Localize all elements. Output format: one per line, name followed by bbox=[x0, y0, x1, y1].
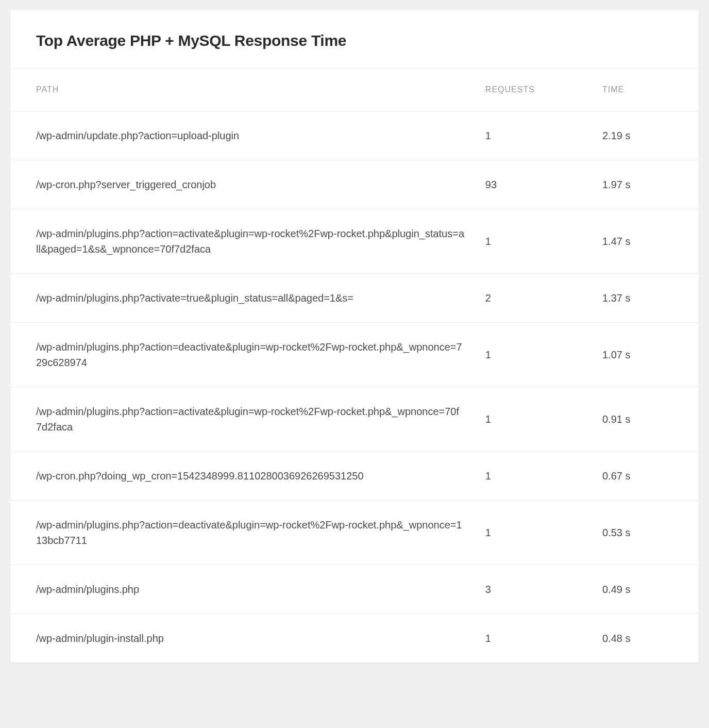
response-time-card: Top Average PHP + MySQL Response Time PA… bbox=[10, 10, 699, 663]
cell-path: /wp-cron.php?server_triggered_cronjob bbox=[10, 160, 485, 209]
cell-requests: 1 bbox=[485, 452, 602, 501]
table-row[interactable]: /wp-admin/plugins.php?activate=true&plug… bbox=[10, 274, 699, 323]
cell-time: 0.53 s bbox=[602, 501, 699, 565]
cell-requests: 1 bbox=[485, 387, 602, 452]
cell-time: 2.19 s bbox=[602, 111, 699, 160]
response-time-table: PATH REQUESTS TIME /wp-admin/update.php?… bbox=[10, 69, 699, 663]
cell-time: 1.47 s bbox=[602, 209, 699, 274]
cell-requests: 3 bbox=[485, 565, 602, 614]
cell-requests: 1 bbox=[485, 614, 602, 663]
table-row[interactable]: /wp-cron.php?doing_wp_cron=1542348999.81… bbox=[10, 452, 699, 501]
cell-time: 0.48 s bbox=[602, 614, 699, 663]
cell-requests: 1 bbox=[485, 501, 602, 565]
table-row[interactable]: /wp-admin/plugins.php30.49 s bbox=[10, 565, 699, 614]
cell-requests: 1 bbox=[485, 111, 602, 160]
cell-requests: 1 bbox=[485, 209, 602, 274]
cell-path: /wp-admin/plugins.php?activate=true&plug… bbox=[10, 274, 485, 323]
table-row[interactable]: /wp-admin/update.php?action=upload-plugi… bbox=[10, 111, 699, 160]
cell-path: /wp-admin/update.php?action=upload-plugi… bbox=[10, 111, 485, 160]
cell-time: 0.67 s bbox=[602, 452, 699, 501]
cell-requests: 1 bbox=[485, 323, 602, 387]
cell-path: /wp-admin/plugins.php?action=activate&pl… bbox=[10, 387, 485, 452]
table-row[interactable]: /wp-admin/plugins.php?action=deactivate&… bbox=[10, 501, 699, 565]
card-title: Top Average PHP + MySQL Response Time bbox=[36, 32, 673, 49]
table-header-row: PATH REQUESTS TIME bbox=[10, 69, 699, 111]
cell-path: /wp-cron.php?doing_wp_cron=1542348999.81… bbox=[10, 452, 485, 501]
cell-path: /wp-admin/plugins.php?action=deactivate&… bbox=[10, 501, 485, 565]
cell-requests: 93 bbox=[485, 160, 602, 209]
cell-path: /wp-admin/plugins.php?action=activate&pl… bbox=[10, 209, 485, 274]
cell-time: 1.97 s bbox=[602, 160, 699, 209]
cell-time: 0.91 s bbox=[602, 387, 699, 452]
cell-time: 0.49 s bbox=[602, 565, 699, 614]
column-header-requests[interactable]: REQUESTS bbox=[485, 69, 602, 111]
cell-path: /wp-admin/plugins.php bbox=[10, 565, 485, 614]
table-row[interactable]: /wp-admin/plugins.php?action=activate&pl… bbox=[10, 387, 699, 452]
cell-requests: 2 bbox=[485, 274, 602, 323]
cell-time: 1.37 s bbox=[602, 274, 699, 323]
table-row[interactable]: /wp-admin/plugin-install.php10.48 s bbox=[10, 614, 699, 663]
table-row[interactable]: /wp-admin/plugins.php?action=activate&pl… bbox=[10, 209, 699, 274]
card-header: Top Average PHP + MySQL Response Time bbox=[10, 10, 699, 69]
column-header-path[interactable]: PATH bbox=[10, 69, 485, 111]
cell-time: 1.07 s bbox=[602, 323, 699, 387]
table-row[interactable]: /wp-admin/plugins.php?action=deactivate&… bbox=[10, 323, 699, 387]
table-row[interactable]: /wp-cron.php?server_triggered_cronjob931… bbox=[10, 160, 699, 209]
cell-path: /wp-admin/plugin-install.php bbox=[10, 614, 485, 663]
column-header-time[interactable]: TIME bbox=[602, 69, 699, 111]
cell-path: /wp-admin/plugins.php?action=deactivate&… bbox=[10, 323, 485, 387]
